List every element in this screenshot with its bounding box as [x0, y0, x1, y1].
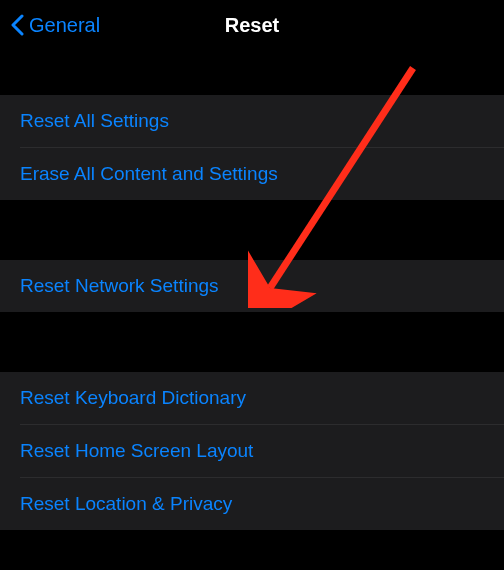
reset-home-screen-layout[interactable]: Reset Home Screen Layout: [0, 425, 504, 477]
reset-location-privacy[interactable]: Reset Location & Privacy: [0, 478, 504, 530]
reset-network-settings[interactable]: Reset Network Settings: [0, 260, 504, 312]
list-group: Reset Keyboard Dictionary Reset Home Scr…: [0, 372, 504, 530]
list-item-label: Reset All Settings: [20, 110, 169, 131]
list-group: Reset Network Settings: [0, 260, 504, 312]
page-title: Reset: [225, 14, 279, 37]
back-label: General: [29, 14, 100, 37]
section-spacer: [0, 200, 504, 260]
list-item-label: Reset Keyboard Dictionary: [20, 387, 246, 408]
list-item-label: Reset Location & Privacy: [20, 493, 232, 514]
section-spacer: [0, 312, 504, 372]
erase-all-content[interactable]: Erase All Content and Settings: [0, 148, 504, 200]
back-button[interactable]: General: [10, 14, 100, 37]
list-item-label: Reset Home Screen Layout: [20, 440, 253, 461]
list-item-label: Reset Network Settings: [20, 275, 219, 296]
reset-all-settings[interactable]: Reset All Settings: [0, 95, 504, 147]
list-group: Reset All Settings Erase All Content and…: [0, 95, 504, 200]
section-spacer: [0, 50, 504, 95]
nav-bar: General Reset: [0, 0, 504, 50]
reset-keyboard-dictionary[interactable]: Reset Keyboard Dictionary: [0, 372, 504, 424]
list-item-label: Erase All Content and Settings: [20, 163, 278, 184]
chevron-left-icon: [10, 14, 24, 36]
